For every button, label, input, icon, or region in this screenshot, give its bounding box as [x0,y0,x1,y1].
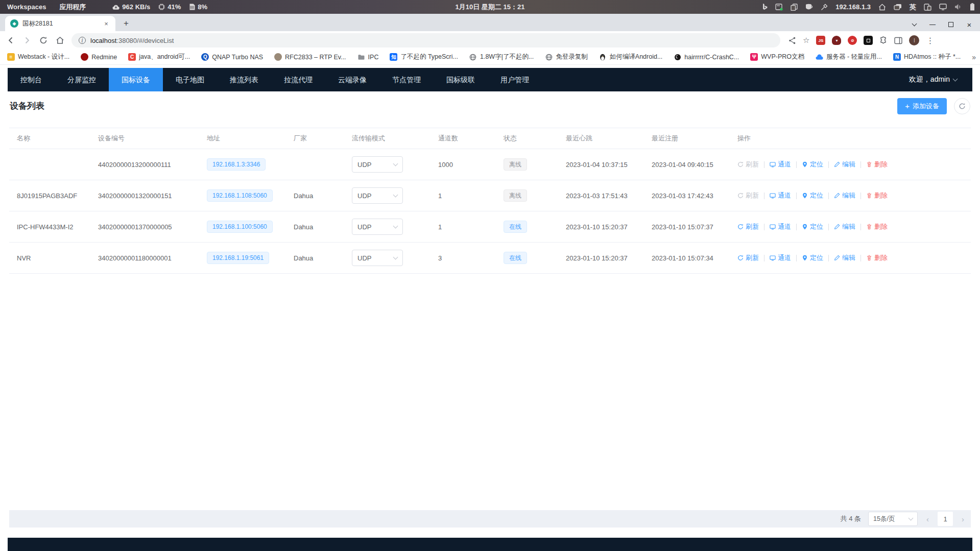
site-info-icon[interactable]: i [79,37,86,44]
bookmark-item[interactable]: Redmine [81,53,117,61]
color-picker-tray-icon[interactable] [821,4,828,11]
ip-address-indicator[interactable]: 192.168.1.3 [835,3,871,11]
workspaces-button[interactable]: Workspaces [7,3,46,11]
edit-action[interactable]: 编辑 [834,191,855,200]
bing-tray-icon[interactable] [762,4,768,11]
stream-mode-select[interactable]: UDP [352,250,403,266]
battery-icon[interactable] [970,3,975,11]
nav-item-7[interactable]: 节点管理 [379,68,434,91]
ext-mask-icon[interactable]: ▾ [832,36,841,45]
address-tag[interactable]: 192.168.1.3:3346 [207,158,266,171]
nav-item-2[interactable]: 国标设备 [109,68,163,91]
tab-close-icon[interactable]: × [102,19,110,28]
channels-action[interactable]: 通道 [770,191,791,200]
next-page-button[interactable]: › [960,515,966,523]
side-panel-icon[interactable] [894,37,902,44]
nav-item-6[interactable]: 云端录像 [325,68,379,91]
nav-item-4[interactable]: 推流列表 [217,68,271,91]
bookmark-star-icon[interactable]: ☆ [803,36,809,45]
stream-mode-select[interactable]: UDP [352,187,403,204]
minimize-window-icon[interactable]: — [929,21,936,28]
ext-screenshot-icon[interactable] [864,36,873,45]
app-window-tray-icon[interactable] [775,4,783,11]
bookmarks-overflow-chevron-icon[interactable]: » [972,53,978,61]
delete-action[interactable]: 删除 [866,191,888,200]
home-icon[interactable] [53,34,66,47]
workspace-switcher-icon[interactable] [894,4,902,10]
bookmark-item[interactable]: 服务器 - 轻量应用... [816,53,882,61]
address-tag[interactable]: 192.168.1.19:5061 [207,252,269,264]
clipboard-tray-icon[interactable] [791,4,798,11]
refresh-list-button[interactable] [954,98,970,114]
share-icon[interactable] [788,37,796,44]
current-page-button[interactable]: 1 [938,512,953,526]
locate-action[interactable]: 定位 [802,160,823,169]
bookmark-item[interactable]: hairrrrr/C-CrashC... [674,53,739,61]
nav-item-1[interactable]: 分屏监控 [55,68,109,91]
volume-muted-icon[interactable] [954,4,962,10]
ext-js-icon[interactable]: JS [816,36,825,45]
address-tag[interactable]: 192.168.1.108:5060 [207,189,273,202]
locate-action[interactable]: 定位 [802,191,823,200]
bookmark-item[interactable]: ΨWVP-PRO文档 [750,53,804,61]
address-bar[interactable]: i localhost:38080/#/deviceList [71,33,780,47]
input-method-indicator[interactable]: 英 [910,3,916,12]
ext-blocker-icon[interactable]: ⊘ [848,36,857,45]
locate-action[interactable]: 定位 [802,253,823,262]
stream-mode-select[interactable]: UDP [352,156,403,173]
reload-icon[interactable] [37,34,50,47]
nav-item-9[interactable]: 用户管理 [488,68,542,91]
stream-mode-select[interactable]: UDP [352,219,403,235]
bookmark-item[interactable]: 1.8W字|了不起的... [469,53,534,61]
edit-action[interactable]: 编辑 [834,253,855,262]
delete-action[interactable]: 删除 [866,253,888,262]
bookmark-item[interactable]: Cjava、android可... [128,53,190,61]
refresh-action[interactable]: 刷新 [737,222,759,231]
new-tab-button[interactable]: + [119,17,133,30]
home-tray-icon[interactable] [878,4,886,11]
channels-action[interactable]: 通道 [770,222,791,231]
locate-action[interactable]: 定位 [802,222,823,231]
browser-tab[interactable]: ◆ 国标28181 × [5,16,115,31]
bookmark-item[interactable]: 免登录复制 [545,53,588,61]
tab-search-chevron-icon[interactable] [911,21,918,28]
page-size-select[interactable]: 15条/页 [868,512,918,526]
channels-action[interactable]: 通道 [770,253,791,262]
add-device-button[interactable]: + 添加设备 [897,98,947,114]
bookmark-item[interactable]: 知了不起的 TypeScri... [390,53,458,61]
edit-action[interactable]: 编辑 [834,160,855,169]
phone-link-icon[interactable] [924,4,931,11]
edit-action[interactable]: 编辑 [834,222,855,231]
browser-menu-kebab-icon[interactable]: ⋮ [926,36,934,45]
bookmark-item[interactable]: 如何编译Android... [599,53,663,61]
delete-action[interactable]: 删除 [866,222,888,231]
applications-button[interactable]: 应用程序 [59,3,86,12]
bookmark-item[interactable]: QQNAP Turbo NAS [201,53,263,61]
channels-action[interactable]: 通道 [770,160,791,169]
table-header-row: 名称设备编号地址厂家流传输模式通道数状态最近心跳最近注册操作 [9,128,971,149]
clock[interactable]: 1月10日 星期二 15：21 [456,0,525,14]
bookmark-item[interactable]: ≡Webstack - 设计... [7,53,69,61]
nav-item-3[interactable]: 电子地图 [163,68,217,91]
nav-item-8[interactable]: 国标级联 [434,68,488,91]
address-tag[interactable]: 192.168.1.100:5060 [207,221,273,233]
display-tray-icon[interactable] [939,4,947,10]
bookmark-item[interactable]: IPC [357,53,379,61]
bookmark-item[interactable]: NHDAtmos :: 种子 *... [893,53,961,61]
user-menu[interactable]: 欢迎，admin [909,75,957,84]
coffee-tray-icon[interactable] [805,4,813,10]
delete-action[interactable]: 删除 [866,160,888,169]
forward-icon[interactable] [20,34,34,47]
prev-page-button[interactable]: ‹ [925,515,930,523]
close-window-icon[interactable]: × [966,21,973,28]
refresh-action[interactable]: 刷新 [737,253,759,262]
profile-avatar[interactable]: I [909,35,919,45]
bookmark-label: 如何编译Android... [610,53,663,61]
restore-window-icon[interactable] [947,21,954,28]
nav-item-5[interactable]: 拉流代理 [271,68,325,91]
back-icon[interactable] [4,34,17,47]
bookmark-item[interactable]: RFC2833 – RTP Ev... [274,53,346,61]
extensions-puzzle-icon[interactable] [879,36,888,44]
letter-c-icon: C [128,53,136,61]
nav-item-0[interactable]: 控制台 [8,68,55,91]
